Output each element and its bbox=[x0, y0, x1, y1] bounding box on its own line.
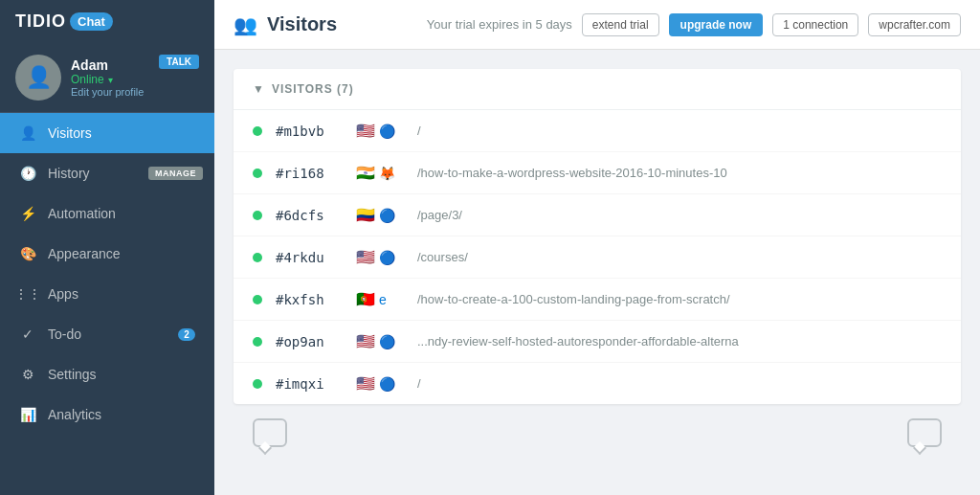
table-row[interactable]: #kxfsh 🇵🇹 e /how-to-create-a-100-custom-… bbox=[234, 279, 961, 321]
visitors-header-icon: 👥 bbox=[234, 13, 257, 36]
visitor-url: ...ndy-review-self-hosted-autoresponder-… bbox=[417, 334, 942, 349]
table-row[interactable]: #ri168 🇮🇳 🦊 /how-to-make-a-wordpress-web… bbox=[234, 152, 961, 194]
header-title-area: 👥 Visitors bbox=[234, 13, 337, 36]
sidebar-item-label: Appearance bbox=[48, 246, 121, 261]
sidebar-item-label: Visitors bbox=[48, 125, 92, 141]
visitor-url: /page/3/ bbox=[417, 208, 942, 222]
extend-trial-button[interactable]: extend trial bbox=[582, 13, 659, 36]
chart-icon: 📊 bbox=[19, 406, 36, 423]
sidebar-item-todo[interactable]: ✓ To-do 2 bbox=[0, 314, 214, 354]
visitors-label: VISITORS (7) bbox=[272, 82, 354, 96]
visitor-id: #kxfsh bbox=[276, 292, 343, 307]
visitor-url: / bbox=[417, 124, 942, 138]
domain-button[interactable]: wpcrafter.com bbox=[868, 13, 961, 36]
flag-icon: 🇵🇹 bbox=[356, 290, 375, 308]
content-area: ▼ VISITORS (7) #m1bvb 🇺🇸 🔵 / #ri168 🇮🇳 🦊 bbox=[214, 50, 980, 495]
bottom-area bbox=[234, 404, 961, 461]
header-right: Your trial expires in 5 days extend tria… bbox=[427, 13, 961, 36]
paint-icon: 🎨 bbox=[19, 245, 36, 262]
flag-icon: 🇺🇸 bbox=[356, 332, 375, 350]
lightning-icon: ⚡ bbox=[19, 205, 36, 222]
trial-text: Your trial expires in 5 days bbox=[427, 17, 572, 32]
profile-name: Adam bbox=[71, 57, 144, 73]
flag-icon: 🇨🇴 bbox=[356, 206, 375, 224]
page-title: Visitors bbox=[267, 13, 337, 35]
sidebar-item-label: History bbox=[48, 166, 90, 181]
sidebar-item-history[interactable]: 🕐 History MANAGE bbox=[0, 153, 214, 193]
sidebar-item-visitors[interactable]: 👤 Visitors bbox=[0, 113, 214, 153]
visitor-id: #6dcfs bbox=[276, 208, 343, 223]
logo-chat-badge: Chat bbox=[70, 12, 113, 31]
upgrade-button[interactable]: upgrade now bbox=[669, 13, 764, 36]
visitors-section-header: ▼ VISITORS (7) bbox=[234, 69, 961, 110]
sidebar-item-appearance[interactable]: 🎨 Appearance bbox=[0, 234, 214, 274]
table-row[interactable]: #imqxi 🇺🇸 🔵 / bbox=[234, 363, 961, 404]
visitor-flags: 🇺🇸 🔵 bbox=[356, 248, 404, 266]
visitor-url: /how-to-create-a-100-custom-landing-page… bbox=[417, 292, 942, 306]
browser-icon: 🔵 bbox=[379, 124, 395, 139]
table-row[interactable]: #m1bvb 🇺🇸 🔵 / bbox=[234, 110, 961, 152]
sidebar-item-apps[interactable]: ⋮⋮ Apps bbox=[0, 274, 214, 314]
browser-icon: 🔵 bbox=[379, 250, 395, 265]
sidebar-nav: 👤 Visitors 🕐 History MANAGE ⚡ Automation… bbox=[0, 113, 214, 495]
sidebar-item-label: To-do bbox=[48, 326, 81, 342]
visitor-flags: 🇺🇸 🔵 bbox=[356, 122, 404, 140]
browser-icon: 🦊 bbox=[379, 166, 395, 181]
visitor-id: #m1bvb bbox=[276, 124, 343, 139]
sidebar-item-automation[interactable]: ⚡ Automation bbox=[0, 193, 214, 234]
sidebar-item-settings[interactable]: ⚙ Settings bbox=[0, 354, 214, 394]
flag-icon: 🇮🇳 bbox=[356, 164, 375, 182]
table-row[interactable]: #op9an 🇺🇸 🔵 ...ndy-review-self-hosted-au… bbox=[234, 321, 961, 363]
browser-icon: 🔵 bbox=[379, 376, 395, 392]
flag-icon: 🇺🇸 bbox=[356, 248, 375, 266]
talk-badge: TALK bbox=[159, 55, 199, 69]
online-indicator bbox=[253, 337, 262, 347]
visitor-id: #ri168 bbox=[276, 166, 343, 181]
online-indicator bbox=[253, 379, 262, 389]
visitors-toggle[interactable]: ▼ bbox=[253, 82, 264, 96]
flag-icon: 🇺🇸 bbox=[356, 374, 375, 393]
profile-info: Adam Online ▾ Edit your profile bbox=[71, 57, 144, 98]
visitors-section: ▼ VISITORS (7) #m1bvb 🇺🇸 🔵 / #ri168 🇮🇳 🦊 bbox=[234, 69, 961, 404]
online-indicator bbox=[253, 295, 262, 304]
avatar: 👤 bbox=[15, 55, 61, 101]
check-icon: ✓ bbox=[19, 326, 36, 343]
table-row[interactable]: #6dcfs 🇨🇴 🔵 /page/3/ bbox=[234, 194, 961, 236]
visitor-id: #op9an bbox=[276, 334, 343, 349]
person-icon: 👤 bbox=[19, 124, 36, 142]
logo-tidio: TIDIO bbox=[15, 11, 66, 32]
visitor-url: / bbox=[417, 376, 942, 391]
profile-status[interactable]: Online ▾ bbox=[71, 73, 144, 86]
online-indicator bbox=[253, 253, 262, 262]
visitor-flags: 🇺🇸 🔵 bbox=[356, 374, 404, 393]
visitor-url: /how-to-make-a-wordpress-website-2016-10… bbox=[417, 166, 942, 180]
sidebar-item-label: Automation bbox=[48, 206, 116, 221]
visitor-flags: 🇮🇳 🦊 bbox=[356, 164, 404, 182]
todo-badge: 2 bbox=[178, 328, 195, 341]
sidebar: TIDIO Chat 👤 Adam Online ▾ Edit your pro… bbox=[0, 0, 214, 495]
clock-icon: 🕐 bbox=[19, 165, 36, 182]
visitor-id: #imqxi bbox=[276, 376, 343, 392]
table-row[interactable]: #4rkdu 🇺🇸 🔵 /courses/ bbox=[234, 236, 961, 279]
flag-icon: 🇺🇸 bbox=[356, 122, 375, 140]
visitor-url: /courses/ bbox=[417, 250, 942, 264]
visitor-id: #4rkdu bbox=[276, 250, 343, 265]
grid-icon: ⋮⋮ bbox=[19, 285, 36, 303]
sidebar-item-label: Analytics bbox=[48, 407, 101, 422]
online-indicator bbox=[253, 126, 262, 136]
online-indicator bbox=[253, 211, 262, 220]
status-dropdown-arrow: ▾ bbox=[108, 75, 113, 85]
online-indicator bbox=[253, 169, 262, 178]
browser-icon: 🔵 bbox=[379, 208, 395, 223]
browser-icon: 🔵 bbox=[379, 334, 395, 349]
profile-edit-link[interactable]: Edit your profile bbox=[71, 86, 144, 98]
logo-area: TIDIO Chat bbox=[0, 0, 214, 43]
main-content: 👥 Visitors Your trial expires in 5 days … bbox=[214, 0, 980, 495]
browser-icon: e bbox=[379, 292, 387, 307]
profile-area: 👤 Adam Online ▾ Edit your profile TALK bbox=[0, 43, 214, 113]
connection-button[interactable]: 1 connection bbox=[772, 13, 858, 36]
sidebar-item-label: Settings bbox=[48, 367, 97, 382]
sidebar-item-analytics[interactable]: 📊 Analytics bbox=[0, 394, 214, 435]
visitor-flags: 🇵🇹 e bbox=[356, 290, 404, 308]
sidebar-item-label: Apps bbox=[48, 286, 78, 302]
